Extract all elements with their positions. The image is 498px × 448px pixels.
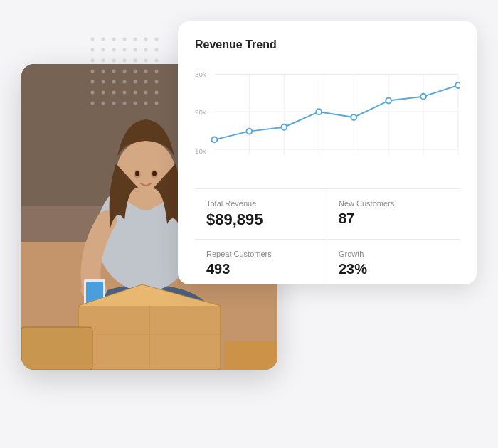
- repeat-customers-label: Repeat Customers: [206, 250, 315, 258]
- svg-point-91: [134, 102, 137, 105]
- svg-point-81: [102, 91, 105, 95]
- svg-point-90: [123, 102, 127, 105]
- svg-point-68: [112, 70, 116, 73]
- svg-rect-21: [224, 341, 277, 370]
- total-revenue-value: $89,895: [206, 210, 315, 229]
- svg-point-66: [91, 70, 95, 73]
- svg-point-83: [123, 91, 127, 95]
- svg-point-87: [91, 102, 95, 105]
- svg-point-47: [112, 38, 116, 41]
- svg-point-92: [144, 102, 148, 105]
- svg-point-43: [420, 94, 426, 100]
- svg-point-55: [123, 48, 127, 52]
- svg-text:30k: 30k: [195, 70, 206, 78]
- svg-point-69: [123, 70, 127, 73]
- svg-point-82: [112, 91, 116, 95]
- svg-point-14: [152, 171, 157, 176]
- svg-point-50: [144, 38, 148, 41]
- svg-text:10k: 10k: [195, 147, 206, 155]
- svg-point-42: [386, 98, 391, 104]
- repeat-customers-value: 493: [206, 261, 315, 277]
- new-customers-value: 87: [339, 210, 448, 227]
- svg-rect-19: [21, 327, 92, 370]
- total-revenue-cell: Total Revenue $89,895: [195, 189, 327, 240]
- svg-point-89: [112, 102, 116, 105]
- svg-point-64: [144, 59, 148, 63]
- new-customers-label: New Customers: [339, 199, 448, 208]
- svg-point-67: [102, 70, 105, 73]
- svg-point-93: [155, 102, 159, 105]
- svg-point-59: [91, 59, 95, 63]
- svg-point-80: [91, 91, 95, 95]
- growth-label: Growth: [339, 250, 448, 258]
- stats-grid: Total Revenue $89,895 New Customers 87 R…: [195, 188, 460, 287]
- svg-point-78: [144, 80, 148, 84]
- svg-point-13: [135, 171, 139, 176]
- svg-point-49: [134, 38, 137, 41]
- svg-point-48: [123, 38, 127, 41]
- svg-point-54: [112, 48, 116, 52]
- svg-point-86: [155, 91, 159, 95]
- svg-point-58: [155, 48, 159, 52]
- svg-point-40: [316, 109, 322, 114]
- svg-point-84: [134, 91, 137, 95]
- svg-point-71: [144, 70, 148, 73]
- svg-point-63: [134, 59, 137, 63]
- svg-point-60: [102, 59, 105, 63]
- dashboard-card: Revenue Trend 30k 20k 10k: [178, 21, 477, 284]
- svg-point-76: [123, 80, 127, 84]
- svg-point-65: [155, 59, 159, 63]
- svg-point-46: [102, 38, 105, 41]
- svg-point-39: [281, 124, 287, 130]
- svg-point-37: [211, 137, 217, 142]
- svg-point-88: [102, 102, 105, 105]
- total-revenue-label: Total Revenue: [206, 199, 315, 208]
- svg-point-61: [112, 59, 116, 63]
- svg-point-45: [91, 38, 95, 41]
- growth-value: 23%: [339, 261, 448, 277]
- svg-point-57: [144, 48, 148, 52]
- svg-point-56: [134, 48, 137, 52]
- svg-point-44: [455, 82, 460, 88]
- svg-text:20k: 20k: [195, 108, 206, 116]
- svg-point-41: [351, 114, 356, 120]
- svg-point-73: [91, 80, 95, 84]
- scene: // Generate dots inline via JS after loa…: [21, 21, 477, 427]
- svg-point-85: [144, 91, 148, 95]
- new-customers-cell: New Customers 87: [327, 189, 460, 240]
- revenue-chart: 30k 20k 10k: [195, 60, 460, 177]
- svg-point-51: [155, 38, 159, 41]
- svg-point-72: [155, 70, 159, 73]
- svg-point-75: [112, 80, 116, 84]
- svg-point-53: [102, 48, 105, 52]
- growth-cell: Growth 23%: [327, 240, 460, 287]
- svg-point-70: [134, 70, 137, 73]
- svg-point-62: [123, 59, 127, 63]
- repeat-customers-cell: Repeat Customers 493: [195, 240, 327, 287]
- svg-point-79: [155, 80, 159, 84]
- svg-point-74: [102, 80, 105, 84]
- svg-point-52: [91, 48, 95, 52]
- svg-point-38: [246, 129, 252, 134]
- chart-title: Revenue Trend: [195, 38, 460, 51]
- dot-grid-decoration: // rendered via inline generation below: [89, 36, 167, 114]
- svg-point-77: [134, 80, 137, 84]
